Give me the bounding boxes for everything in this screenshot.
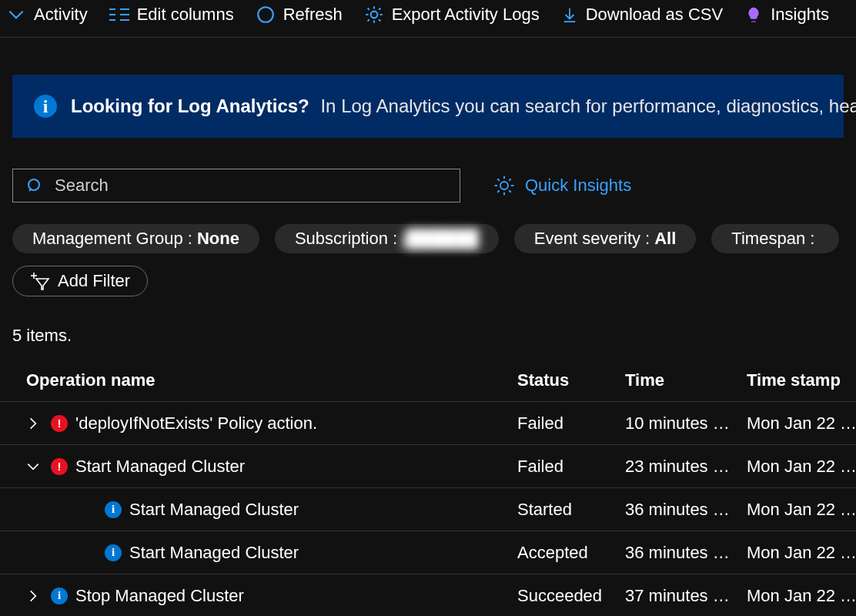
operation-name: Stop Managed Cluster — [75, 586, 244, 606]
insights-button[interactable]: Insights — [744, 5, 829, 25]
time-cell: 37 minutes … — [625, 586, 747, 606]
lightbulb-icon — [744, 5, 763, 25]
banner-desc: In Log Analytics you can search for perf… — [320, 95, 856, 116]
command-bar: Activity Edit columns Refresh Export Act… — [0, 0, 856, 38]
col-operation-name[interactable]: Operation name — [0, 370, 517, 390]
filter-event-severity[interactable]: Event severity : All — [514, 224, 697, 253]
timestamp-cell: Mon Jan 22 … — [747, 586, 856, 606]
download-label: Download as CSV — [586, 5, 724, 25]
timestamp-cell: Mon Jan 22 … — [747, 543, 856, 563]
add-filter-icon — [30, 272, 50, 290]
activity-label: Activity — [34, 5, 88, 25]
table-row[interactable]: iStart Managed ClusterAccepted36 minutes… — [0, 531, 856, 574]
expander-toggle[interactable] — [23, 586, 43, 606]
col-time[interactable]: Time — [625, 370, 747, 390]
export-label: Export Activity Logs — [392, 5, 540, 25]
svg-point-6 — [258, 7, 273, 22]
filter-pills: Management Group : None Subscription : j… — [12, 224, 844, 253]
svg-marker-23 — [36, 279, 48, 290]
columns-icon — [109, 7, 129, 22]
svg-line-20 — [509, 179, 511, 181]
chevron-down-icon — [6, 5, 26, 25]
download-icon — [561, 5, 578, 25]
edit-columns-button[interactable]: Edit columns — [109, 5, 234, 25]
status-cell: Failed — [517, 457, 625, 477]
timestamp-cell: Mon Jan 22 … — [747, 457, 856, 477]
filter-subscription[interactable]: Subscription : j██████ — [275, 224, 499, 253]
export-logs-button[interactable]: Export Activity Logs — [364, 5, 540, 25]
operation-name: Start Managed Cluster — [129, 543, 299, 563]
add-filter-label: Add Filter — [58, 271, 130, 291]
table-row[interactable]: iStop Managed ClusterSucceeded37 minutes… — [0, 574, 856, 616]
operation-name: 'deployIfNotExists' Policy action. — [75, 413, 317, 434]
svg-point-10 — [28, 179, 39, 190]
filter-timespan[interactable]: Timespan : — [711, 224, 839, 253]
info-icon: i — [105, 501, 122, 518]
insights-label: Insights — [771, 5, 829, 25]
chevron-down-icon — [25, 459, 41, 474]
edit-columns-label: Edit columns — [137, 5, 234, 25]
refresh-button[interactable]: Refresh — [256, 5, 343, 25]
search-box[interactable] — [12, 169, 460, 203]
banner-title: Looking for Log Analytics? — [71, 95, 309, 116]
status-cell: Succeeded — [517, 586, 625, 606]
timestamp-cell: Mon Jan 22 … — [747, 500, 856, 520]
status-cell: Failed — [517, 413, 625, 434]
svg-line-19 — [497, 190, 500, 192]
time-cell: 36 minutes … — [625, 543, 747, 563]
activity-dropdown[interactable]: Activity — [6, 5, 88, 25]
refresh-label: Refresh — [283, 5, 343, 25]
activity-table: Operation name Status Time Time stamp !'… — [0, 363, 856, 616]
time-cell: 10 minutes … — [625, 413, 747, 434]
status-cell: Started — [517, 500, 625, 520]
refresh-icon — [256, 5, 276, 25]
col-status[interactable]: Status — [517, 370, 625, 390]
svg-line-17 — [497, 179, 500, 181]
gear-icon — [364, 5, 384, 25]
table-row[interactable]: !'deployIfNotExists' Policy action.Faile… — [0, 402, 856, 445]
operation-name: Start Managed Cluster — [129, 500, 299, 520]
table-row[interactable]: !Start Managed ClusterFailed23 minutes …… — [0, 445, 856, 488]
timestamp-cell: Mon Jan 22 … — [747, 413, 856, 434]
item-count: 5 items. — [12, 326, 844, 346]
quick-insights-link[interactable]: Quick Insights — [493, 174, 631, 197]
col-timestamp[interactable]: Time stamp — [747, 370, 856, 390]
svg-point-7 — [370, 12, 377, 18]
info-icon: i — [51, 588, 68, 604]
info-icon: i — [34, 95, 57, 118]
lightbulb-outline-icon — [493, 174, 516, 197]
error-icon: ! — [51, 415, 68, 432]
search-input[interactable] — [53, 175, 447, 196]
status-cell: Accepted — [517, 543, 625, 563]
table-row[interactable]: iStart Managed ClusterStarted36 minutes … — [0, 488, 856, 531]
info-icon: i — [105, 544, 122, 561]
chevron-right-icon — [25, 416, 41, 431]
svg-point-12 — [500, 182, 508, 189]
time-cell: 23 minutes … — [625, 457, 747, 477]
download-csv-button[interactable]: Download as CSV — [561, 5, 724, 25]
operation-name: Start Managed Cluster — [75, 457, 245, 477]
chevron-right-icon — [25, 588, 41, 604]
quick-insights-label: Quick Insights — [525, 176, 631, 196]
expander-toggle[interactable] — [23, 457, 43, 477]
svg-line-18 — [509, 190, 511, 192]
table-header: Operation name Status Time Time stamp — [0, 363, 856, 402]
log-analytics-banner[interactable]: i Looking for Log Analytics? In Log Anal… — [12, 75, 844, 138]
add-filter-button[interactable]: Add Filter — [12, 266, 148, 296]
search-icon — [25, 176, 44, 195]
expander-toggle[interactable] — [23, 413, 43, 434]
filter-management-group[interactable]: Management Group : None — [12, 224, 259, 253]
error-icon: ! — [51, 458, 68, 475]
time-cell: 36 minutes … — [625, 500, 747, 520]
